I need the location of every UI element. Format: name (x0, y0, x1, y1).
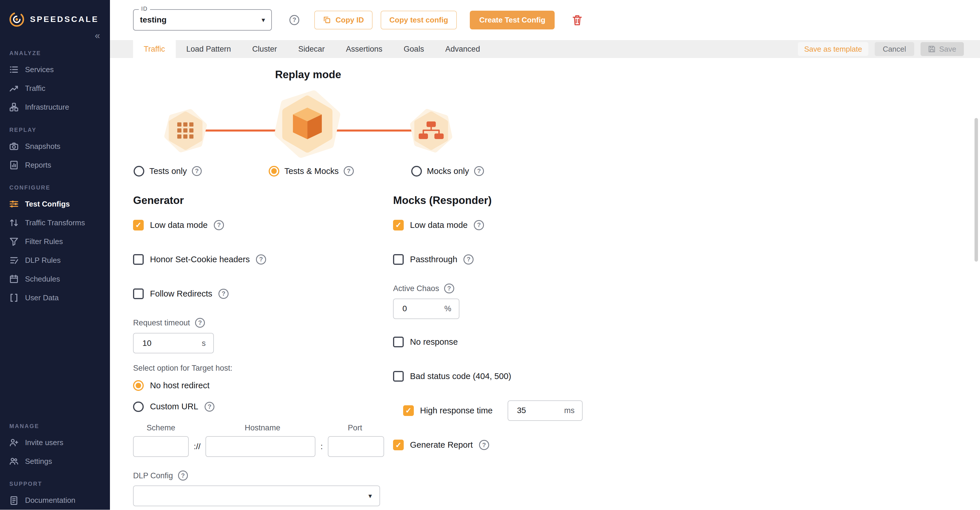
save-button[interactable]: Save (921, 42, 964, 56)
follow-redirects-help-icon[interactable]: ? (218, 289, 229, 299)
tests-only-help-icon[interactable]: ? (192, 166, 202, 176)
port-input[interactable] (328, 436, 384, 457)
honor-set-cookie-checkbox[interactable] (133, 254, 144, 265)
logo-text: SPEEDSCALE (30, 15, 99, 24)
passthrough-checkbox[interactable] (393, 254, 404, 265)
mode-mocks-only[interactable]: Mocks only ? (411, 166, 484, 176)
high-response-time-input[interactable] (516, 405, 541, 416)
active-chaos-help-icon[interactable]: ? (444, 284, 454, 294)
sidebar-item-label: Services (25, 65, 54, 74)
tab-cluster[interactable]: Cluster (242, 40, 288, 58)
tab-label: Goals (404, 44, 424, 54)
tab-goals[interactable]: Goals (393, 40, 434, 58)
mode-tests-only[interactable]: Tests only ? (134, 166, 202, 176)
sidebar-collapse-icon[interactable]: « (95, 31, 100, 40)
test-config-id-select[interactable]: ID testing ▾ (133, 9, 272, 30)
tests-and-mocks-help-icon[interactable]: ? (344, 166, 354, 176)
sidebar-item-label: User Data (25, 293, 59, 302)
delete-test-config-button[interactable] (572, 14, 582, 26)
id-field-value: testing (140, 15, 167, 24)
generator-title: Generator (133, 194, 393, 207)
mocks-low-data-help-icon[interactable]: ? (474, 220, 484, 230)
replay-mode-options: Tests only ? Tests & Mocks ? Mocks only … (133, 166, 483, 178)
mode-tests-and-mocks[interactable]: Tests & Mocks ? (269, 166, 353, 176)
sidebar-item-filter-rules[interactable]: Filter Rules (0, 232, 110, 251)
sidebar-item-infrastructure[interactable]: Infrastructure (0, 98, 110, 116)
save-label: Save (939, 45, 956, 54)
active-chaos-unit: % (444, 304, 451, 313)
scheme-input[interactable] (133, 436, 189, 457)
tab-load-pattern[interactable]: Load Pattern (176, 40, 242, 58)
tab-sidecar[interactable]: Sidecar (288, 40, 335, 58)
follow-redirects-checkbox[interactable] (133, 288, 144, 299)
custom-url-field-labels: Scheme Hostname Port (133, 423, 393, 432)
mocks-low-data-mode-checkbox[interactable]: ✓ (393, 220, 404, 230)
no-host-redirect-row[interactable]: No host redirect (133, 380, 393, 391)
sidebar-item-label: Reports (25, 160, 51, 170)
sidebar-item-schedules[interactable]: Schedules (0, 270, 110, 288)
active-chaos-input-wrap: % (393, 299, 460, 319)
mode-label: Tests only (150, 167, 187, 176)
save-as-template-button[interactable]: Save as template (798, 42, 868, 56)
no-host-redirect-radio[interactable] (133, 380, 144, 391)
mocks-only-radio[interactable] (411, 166, 422, 176)
tab-traffic[interactable]: Traffic (133, 40, 175, 58)
cancel-button[interactable]: Cancel (875, 42, 914, 56)
id-help-icon[interactable]: ? (290, 15, 299, 25)
custom-url-radio[interactable] (133, 402, 144, 412)
settings-people-icon (9, 457, 19, 466)
sidebar-item-test-configs[interactable]: Test Configs (0, 195, 110, 213)
create-test-config-button[interactable]: Create Test Config (470, 11, 555, 29)
sidebar-item-reports[interactable]: Reports (0, 156, 110, 175)
sidebar-item-user-data[interactable]: User Data (0, 288, 110, 307)
no-response-checkbox[interactable] (393, 337, 404, 347)
tab-label: Assertions (346, 44, 382, 54)
high-response-time-checkbox[interactable]: ✓ (403, 405, 414, 416)
topbar: ID testing ▾ ? Copy ID Copy test config … (110, 0, 980, 40)
copy-test-config-button[interactable]: Copy test config (381, 11, 457, 29)
scheme-label: Scheme (133, 423, 189, 432)
tests-and-mocks-hexagon-icon (273, 90, 342, 158)
copy-icon (323, 16, 331, 24)
bad-status-code-checkbox[interactable] (393, 371, 404, 381)
sidebar-item-documentation[interactable]: Documentation (0, 491, 110, 510)
generate-report-checkbox[interactable]: ✓ (393, 440, 404, 450)
generate-report-help-icon[interactable]: ? (479, 440, 489, 450)
checkbox-label: Low data mode (410, 220, 468, 230)
copy-id-button[interactable]: Copy ID (314, 11, 372, 29)
scrollbar[interactable] (975, 118, 978, 262)
sidebar-item-snapshots[interactable]: Snapshots (0, 137, 110, 156)
trend-chart-icon (9, 84, 19, 93)
radio-label: No host redirect (150, 381, 210, 390)
active-chaos-input[interactable] (401, 303, 426, 314)
id-field-label: ID (139, 5, 150, 12)
sidebar-item-dlp-rules[interactable]: DLP Rules (0, 251, 110, 270)
sidebar-item-invite-users[interactable]: Invite users (0, 433, 110, 452)
sidebar-item-services[interactable]: Services (0, 60, 110, 79)
mocks-low-data-mode-row: ✓ Low data mode ? (393, 220, 662, 230)
hostname-input[interactable] (205, 436, 315, 457)
request-timeout-input[interactable] (141, 338, 175, 348)
generator-low-data-mode-checkbox[interactable]: ✓ (133, 220, 144, 230)
honor-set-cookie-help-icon[interactable]: ? (256, 254, 266, 265)
custom-url-help-icon[interactable]: ? (205, 402, 215, 412)
sidebar-item-label: Traffic Transforms (25, 218, 85, 227)
checkbox-label: Bad status code (404, 500) (410, 372, 511, 381)
sidebar-item-settings[interactable]: Settings (0, 452, 110, 471)
generator-low-data-help-icon[interactable]: ? (214, 220, 224, 230)
dlp-config-help-icon[interactable]: ? (178, 470, 188, 481)
request-timeout-help-icon[interactable]: ? (195, 318, 205, 328)
mocks-only-help-icon[interactable]: ? (474, 166, 484, 176)
sidebar-item-label: Settings (25, 457, 52, 466)
tests-only-radio[interactable] (134, 166, 144, 176)
sidebar-item-traffic-transforms[interactable]: Traffic Transforms (0, 213, 110, 232)
tab-advanced[interactable]: Advanced (434, 40, 491, 58)
bad-status-code-row: Bad status code (404, 500) (393, 371, 662, 381)
custom-url-row[interactable]: Custom URL ? (133, 402, 393, 412)
sidebar-item-traffic[interactable]: Traffic (0, 79, 110, 98)
tab-assertions[interactable]: Assertions (335, 40, 393, 58)
content-area: ID testing ▾ ? Copy ID Copy test config … (110, 0, 980, 510)
tests-and-mocks-radio[interactable] (269, 166, 279, 176)
passthrough-help-icon[interactable]: ? (463, 254, 474, 265)
dlp-config-select[interactable]: ▾ (133, 486, 380, 506)
